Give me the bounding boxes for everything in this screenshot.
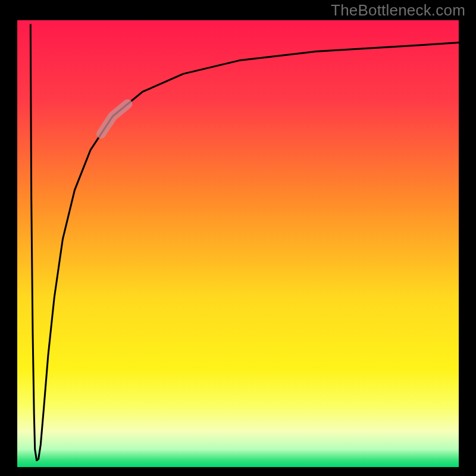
bottleneck-chart xyxy=(0,0,476,476)
chart-wrap: TheBottleneck.com xyxy=(0,0,476,476)
plot-area xyxy=(17,20,459,467)
watermark-text: TheBottleneck.com xyxy=(331,1,465,20)
